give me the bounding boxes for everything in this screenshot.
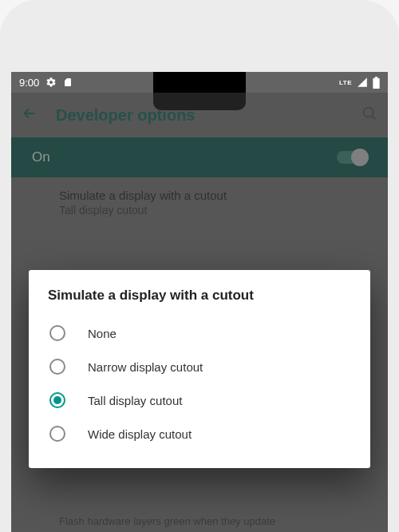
- radio-icon: [49, 392, 65, 408]
- radio-option[interactable]: Tall display cutout: [48, 383, 351, 417]
- sd-card-icon: [63, 77, 73, 88]
- radio-icon: [49, 359, 65, 375]
- radio-option[interactable]: Narrow display cutout: [48, 350, 351, 383]
- status-time: 9:00: [19, 77, 39, 89]
- screen: 9:00 LTE Develo: [11, 72, 388, 532]
- radio-icon: [49, 426, 65, 442]
- battery-icon: [373, 77, 380, 89]
- radio-label: Narrow display cutout: [88, 360, 203, 374]
- radio-option[interactable]: Wide display cutout: [48, 417, 351, 451]
- radio-icon: [49, 325, 65, 341]
- radio-group: NoneNarrow display cutoutTall display cu…: [48, 316, 351, 451]
- radio-label: Wide display cutout: [88, 427, 192, 441]
- radio-label: Tall display cutout: [88, 394, 182, 407]
- phone-frame: 9:00 LTE Develo: [0, 0, 399, 532]
- lte-indicator: LTE: [339, 79, 352, 86]
- signal-icon: [357, 77, 368, 88]
- cutout-dialog: Simulate a display with a cutout NoneNar…: [29, 270, 370, 468]
- dialog-title: Simulate a display with a cutout: [48, 288, 351, 304]
- radio-option[interactable]: None: [48, 316, 351, 350]
- settings-notification-icon: [45, 77, 57, 88]
- radio-label: None: [88, 327, 117, 340]
